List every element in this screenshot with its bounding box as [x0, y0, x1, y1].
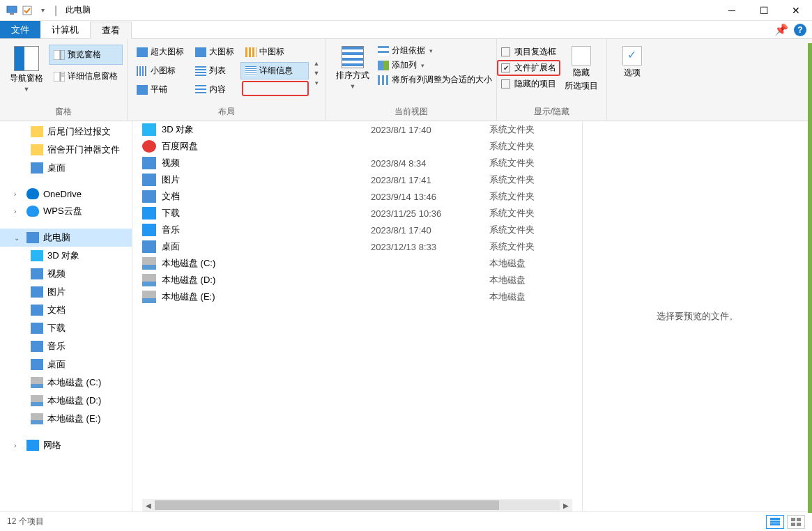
file-name: 下载 — [162, 207, 371, 220]
sidebar-item-8[interactable]: 图片 — [0, 283, 132, 301]
file-row[interactable]: 百度网盘系统文件夹 — [132, 138, 582, 155]
file-name: 本地磁盘 (C:) — [162, 257, 371, 270]
navigation-pane-button[interactable]: 导航窗格 ▼ — [4, 42, 49, 93]
file-row[interactable]: 视频2023/8/4 8:34系统文件夹 — [132, 155, 582, 171]
sort-by-button[interactable]: 排序方式 ▼ — [330, 42, 375, 90]
file-row[interactable]: 图片2023/8/1 17:41系统文件夹 — [132, 171, 582, 188]
details-view-toggle[interactable] — [766, 515, 784, 529]
minimize-button[interactable]: ─ — [716, 0, 748, 21]
desktop-icon — [31, 359, 43, 370]
horizontal-scrollbar[interactable]: ◀ ▶ — [142, 499, 572, 511]
minimize-ribbon-icon[interactable]: 📌 — [774, 23, 788, 36]
ribbon-tabstrip: 文件 计算机 查看 📌 ? — [0, 21, 812, 39]
file-extensions-checkbox[interactable]: 文件扩展名 — [497, 60, 560, 76]
group-by-button[interactable]: 分组依据▾ — [378, 45, 492, 56]
file-row[interactable]: 3D 对象2023/8/1 17:40系统文件夹 — [132, 121, 582, 138]
file-row[interactable]: 下载2023/11/25 10:36系统文件夹 — [132, 205, 582, 222]
file-row[interactable]: 本地磁盘 (E:)本地磁盘 — [132, 288, 582, 305]
video-icon — [142, 157, 156, 169]
layout-gallery-scroll[interactable]: ▲ ▼ ▾ — [309, 42, 321, 105]
layout-medium-icons[interactable]: 中图标 — [240, 43, 309, 61]
sidebar-item-2[interactable]: 桌面 — [0, 159, 132, 177]
qat-dropdown-icon[interactable]: ▾ — [36, 4, 49, 17]
file-name: 文档 — [162, 190, 371, 203]
scroll-right-icon[interactable]: ▶ — [560, 502, 572, 509]
sidebar-item-11[interactable]: 音乐 — [0, 337, 132, 355]
sidebar-item-0[interactable]: 后尾门经过报文 — [0, 123, 132, 141]
options-button[interactable]: 选项 — [611, 42, 653, 79]
sidebar-item-16[interactable]: ›网络 — [0, 436, 132, 454]
sidebar-item-label: 本地磁盘 (D:) — [47, 394, 101, 407]
layout-xl-icons[interactable]: 超大图标 — [132, 43, 189, 61]
scroll-track[interactable] — [155, 500, 560, 510]
layout-tiles[interactable]: 平铺 — [132, 81, 189, 98]
layout-content[interactable]: 内容 — [190, 81, 239, 98]
sidebar-item-4[interactable]: ›WPS云盘 — [0, 202, 132, 220]
sidebar-item-label: 文档 — [47, 304, 66, 316]
preview-pane-button[interactable]: 预览窗格 — [49, 45, 123, 65]
file-row[interactable]: 本地磁盘 (C:)本地磁盘 — [132, 255, 582, 272]
tab-file[interactable]: 文件 — [0, 21, 40, 38]
options-icon — [622, 46, 642, 66]
item-checkboxes-checkbox[interactable]: 项目复选框 — [501, 46, 556, 58]
sidebar-item-13[interactable]: 本地磁盘 (C:) — [0, 374, 132, 392]
file-list[interactable]: 3D 对象2023/8/1 17:40系统文件夹百度网盘系统文件夹视频2023/… — [132, 121, 582, 511]
add-columns-icon — [378, 61, 389, 70]
file-row[interactable]: 文档2023/9/14 13:46系统文件夹 — [132, 188, 582, 205]
disk-icon — [31, 395, 43, 406]
file-row[interactable]: 桌面2023/12/13 8:33系统文件夹 — [132, 238, 582, 255]
tab-computer[interactable]: 计算机 — [40, 21, 90, 38]
qat-checkbox-icon[interactable] — [21, 4, 33, 17]
file-row[interactable]: 本地磁盘 (D:)本地磁盘 — [132, 272, 582, 288]
sidebar-item-5[interactable]: ⌄此电脑 — [0, 229, 132, 247]
medium-icons-icon — [245, 47, 256, 57]
navigation-sidebar[interactable]: 后尾门经过报文宿舍开门神器文件桌面›OneDrive›WPS云盘⌄此电脑3D 对… — [0, 121, 132, 511]
sidebar-item-9[interactable]: 文档 — [0, 301, 132, 319]
scroll-left-icon[interactable]: ◀ — [142, 502, 155, 509]
show-hide-group-label: 显示/隐藏 — [501, 105, 602, 121]
size-all-columns-button[interactable]: 将所有列调整为合适的大小 — [378, 74, 492, 86]
add-columns-button[interactable]: 添加列▾ — [378, 59, 492, 71]
sidebar-item-3[interactable]: ›OneDrive — [0, 185, 132, 202]
layout-details[interactable]: 详细信息 — [240, 62, 309, 79]
file-row[interactable]: 音乐2023/8/1 17:40系统文件夹 — [132, 222, 582, 238]
sidebar-item-label: 桌面 — [47, 358, 66, 371]
ribbon-group-panes: 导航窗格 ▼ 预览窗格 详细信息窗格 窗格 — [0, 39, 128, 121]
sidebar-item-14[interactable]: 本地磁盘 (D:) — [0, 392, 132, 410]
sidebar-item-15[interactable]: 本地磁盘 (E:) — [0, 410, 132, 428]
close-button[interactable]: ✕ — [780, 0, 812, 21]
sidebar-item-10[interactable]: 下载 — [0, 319, 132, 337]
tab-view[interactable]: 查看 — [90, 22, 132, 39]
svg-rect-10 — [770, 521, 780, 523]
file-type: 系统文件夹 — [489, 157, 535, 169]
chevron-down-icon: ▼ — [24, 86, 30, 93]
layout-small-icons[interactable]: 小图标 — [132, 62, 189, 79]
sidebar-item-label: OneDrive — [43, 189, 82, 199]
hide-selected-button[interactable]: 隐藏 所选项目 — [560, 42, 602, 92]
pc-icon — [26, 232, 39, 243]
sidebar-item-12[interactable]: 桌面 — [0, 355, 132, 374]
file-type: 系统文件夹 — [489, 174, 535, 186]
thumbnails-view-toggle[interactable] — [787, 515, 805, 529]
sidebar-item-label: 桌面 — [47, 162, 66, 174]
sidebar-item-7[interactable]: 视频 — [0, 265, 132, 283]
expander-icon: › — [14, 442, 22, 449]
help-icon[interactable]: ? — [794, 24, 806, 36]
titlebar: ▾ | 此电脑 ─ ☐ ✕ — [0, 0, 812, 21]
scroll-thumb[interactable] — [155, 500, 499, 510]
music-icon — [142, 224, 156, 236]
layout-list[interactable]: 列表 — [190, 62, 239, 79]
baidu-icon — [142, 140, 156, 153]
sidebar-item-6[interactable]: 3D 对象 — [0, 247, 132, 265]
file-name: 桌面 — [162, 240, 371, 253]
hidden-items-checkbox[interactable]: 隐藏的项目 — [501, 78, 556, 90]
file-name: 百度网盘 — [162, 140, 371, 153]
details-pane-button[interactable]: 详细信息窗格 — [49, 66, 123, 86]
sidebar-item-1[interactable]: 宿舍开门神器文件 — [0, 141, 132, 159]
layout-large-icons[interactable]: 大图标 — [190, 43, 239, 61]
maximize-button[interactable]: ☐ — [748, 0, 780, 21]
sort-icon — [342, 46, 364, 68]
ribbon-group-options: 选项 — [607, 39, 657, 121]
file-name: 音乐 — [162, 224, 371, 236]
chevron-down-icon: ▼ — [312, 70, 321, 77]
